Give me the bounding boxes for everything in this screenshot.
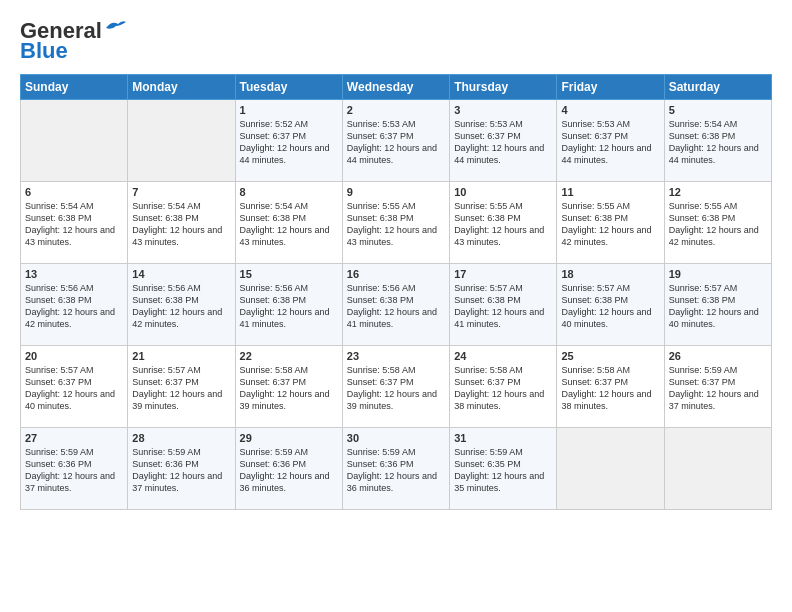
day-detail: Sunrise: 5:57 AMSunset: 6:38 PMDaylight:… bbox=[669, 282, 767, 331]
day-number: 26 bbox=[669, 350, 767, 362]
col-header-sunday: Sunday bbox=[21, 75, 128, 100]
day-detail: Sunrise: 5:58 AMSunset: 6:37 PMDaylight:… bbox=[454, 364, 552, 413]
week-row-3: 13Sunrise: 5:56 AMSunset: 6:38 PMDayligh… bbox=[21, 264, 772, 346]
calendar-cell: 17Sunrise: 5:57 AMSunset: 6:38 PMDayligh… bbox=[450, 264, 557, 346]
day-number: 8 bbox=[240, 186, 338, 198]
day-detail: Sunrise: 5:59 AMSunset: 6:36 PMDaylight:… bbox=[347, 446, 445, 495]
calendar-cell: 12Sunrise: 5:55 AMSunset: 6:38 PMDayligh… bbox=[664, 182, 771, 264]
calendar-cell: 29Sunrise: 5:59 AMSunset: 6:36 PMDayligh… bbox=[235, 428, 342, 510]
day-detail: Sunrise: 5:57 AMSunset: 6:38 PMDaylight:… bbox=[561, 282, 659, 331]
week-row-5: 27Sunrise: 5:59 AMSunset: 6:36 PMDayligh… bbox=[21, 428, 772, 510]
day-number: 12 bbox=[669, 186, 767, 198]
day-detail: Sunrise: 5:54 AMSunset: 6:38 PMDaylight:… bbox=[240, 200, 338, 249]
day-detail: Sunrise: 5:59 AMSunset: 6:37 PMDaylight:… bbox=[669, 364, 767, 413]
day-detail: Sunrise: 5:52 AMSunset: 6:37 PMDaylight:… bbox=[240, 118, 338, 167]
calendar-cell bbox=[21, 100, 128, 182]
col-header-saturday: Saturday bbox=[664, 75, 771, 100]
day-number: 5 bbox=[669, 104, 767, 116]
day-number: 6 bbox=[25, 186, 123, 198]
logo: General Blue bbox=[20, 18, 126, 64]
day-detail: Sunrise: 5:57 AMSunset: 6:37 PMDaylight:… bbox=[132, 364, 230, 413]
col-header-monday: Monday bbox=[128, 75, 235, 100]
calendar-cell: 1Sunrise: 5:52 AMSunset: 6:37 PMDaylight… bbox=[235, 100, 342, 182]
day-detail: Sunrise: 5:55 AMSunset: 6:38 PMDaylight:… bbox=[669, 200, 767, 249]
calendar-cell: 16Sunrise: 5:56 AMSunset: 6:38 PMDayligh… bbox=[342, 264, 449, 346]
day-number: 22 bbox=[240, 350, 338, 362]
calendar-cell: 23Sunrise: 5:58 AMSunset: 6:37 PMDayligh… bbox=[342, 346, 449, 428]
calendar-cell: 21Sunrise: 5:57 AMSunset: 6:37 PMDayligh… bbox=[128, 346, 235, 428]
calendar-table: SundayMondayTuesdayWednesdayThursdayFrid… bbox=[20, 74, 772, 510]
day-detail: Sunrise: 5:53 AMSunset: 6:37 PMDaylight:… bbox=[454, 118, 552, 167]
day-number: 21 bbox=[132, 350, 230, 362]
day-detail: Sunrise: 5:56 AMSunset: 6:38 PMDaylight:… bbox=[132, 282, 230, 331]
day-detail: Sunrise: 5:59 AMSunset: 6:35 PMDaylight:… bbox=[454, 446, 552, 495]
calendar-cell: 11Sunrise: 5:55 AMSunset: 6:38 PMDayligh… bbox=[557, 182, 664, 264]
day-detail: Sunrise: 5:54 AMSunset: 6:38 PMDaylight:… bbox=[669, 118, 767, 167]
logo-blue: Blue bbox=[20, 38, 68, 64]
day-detail: Sunrise: 5:59 AMSunset: 6:36 PMDaylight:… bbox=[25, 446, 123, 495]
calendar-cell: 4Sunrise: 5:53 AMSunset: 6:37 PMDaylight… bbox=[557, 100, 664, 182]
day-number: 1 bbox=[240, 104, 338, 116]
logo-bird-icon bbox=[104, 18, 126, 36]
day-number: 31 bbox=[454, 432, 552, 444]
day-detail: Sunrise: 5:56 AMSunset: 6:38 PMDaylight:… bbox=[25, 282, 123, 331]
day-detail: Sunrise: 5:55 AMSunset: 6:38 PMDaylight:… bbox=[561, 200, 659, 249]
page: General Blue SundayMondayTuesdayWednesda… bbox=[0, 0, 792, 612]
day-number: 25 bbox=[561, 350, 659, 362]
calendar-cell: 5Sunrise: 5:54 AMSunset: 6:38 PMDaylight… bbox=[664, 100, 771, 182]
day-detail: Sunrise: 5:54 AMSunset: 6:38 PMDaylight:… bbox=[132, 200, 230, 249]
calendar-cell: 14Sunrise: 5:56 AMSunset: 6:38 PMDayligh… bbox=[128, 264, 235, 346]
day-number: 11 bbox=[561, 186, 659, 198]
day-number: 13 bbox=[25, 268, 123, 280]
day-detail: Sunrise: 5:59 AMSunset: 6:36 PMDaylight:… bbox=[132, 446, 230, 495]
calendar-cell: 19Sunrise: 5:57 AMSunset: 6:38 PMDayligh… bbox=[664, 264, 771, 346]
calendar-cell bbox=[557, 428, 664, 510]
week-row-1: 1Sunrise: 5:52 AMSunset: 6:37 PMDaylight… bbox=[21, 100, 772, 182]
col-header-thursday: Thursday bbox=[450, 75, 557, 100]
calendar-cell: 18Sunrise: 5:57 AMSunset: 6:38 PMDayligh… bbox=[557, 264, 664, 346]
day-number: 23 bbox=[347, 350, 445, 362]
day-detail: Sunrise: 5:57 AMSunset: 6:38 PMDaylight:… bbox=[454, 282, 552, 331]
calendar-cell bbox=[128, 100, 235, 182]
week-row-2: 6Sunrise: 5:54 AMSunset: 6:38 PMDaylight… bbox=[21, 182, 772, 264]
day-number: 7 bbox=[132, 186, 230, 198]
calendar-cell: 31Sunrise: 5:59 AMSunset: 6:35 PMDayligh… bbox=[450, 428, 557, 510]
calendar-cell: 3Sunrise: 5:53 AMSunset: 6:37 PMDaylight… bbox=[450, 100, 557, 182]
day-detail: Sunrise: 5:53 AMSunset: 6:37 PMDaylight:… bbox=[561, 118, 659, 167]
day-detail: Sunrise: 5:55 AMSunset: 6:38 PMDaylight:… bbox=[454, 200, 552, 249]
calendar-cell: 25Sunrise: 5:58 AMSunset: 6:37 PMDayligh… bbox=[557, 346, 664, 428]
day-number: 30 bbox=[347, 432, 445, 444]
day-number: 19 bbox=[669, 268, 767, 280]
col-header-friday: Friday bbox=[557, 75, 664, 100]
col-header-tuesday: Tuesday bbox=[235, 75, 342, 100]
calendar-cell: 10Sunrise: 5:55 AMSunset: 6:38 PMDayligh… bbox=[450, 182, 557, 264]
day-detail: Sunrise: 5:58 AMSunset: 6:37 PMDaylight:… bbox=[240, 364, 338, 413]
calendar-cell: 7Sunrise: 5:54 AMSunset: 6:38 PMDaylight… bbox=[128, 182, 235, 264]
calendar-cell: 27Sunrise: 5:59 AMSunset: 6:36 PMDayligh… bbox=[21, 428, 128, 510]
day-detail: Sunrise: 5:58 AMSunset: 6:37 PMDaylight:… bbox=[561, 364, 659, 413]
day-number: 29 bbox=[240, 432, 338, 444]
day-detail: Sunrise: 5:53 AMSunset: 6:37 PMDaylight:… bbox=[347, 118, 445, 167]
day-number: 28 bbox=[132, 432, 230, 444]
calendar-cell: 9Sunrise: 5:55 AMSunset: 6:38 PMDaylight… bbox=[342, 182, 449, 264]
col-header-wednesday: Wednesday bbox=[342, 75, 449, 100]
day-number: 18 bbox=[561, 268, 659, 280]
day-detail: Sunrise: 5:56 AMSunset: 6:38 PMDaylight:… bbox=[240, 282, 338, 331]
calendar-cell: 6Sunrise: 5:54 AMSunset: 6:38 PMDaylight… bbox=[21, 182, 128, 264]
day-detail: Sunrise: 5:58 AMSunset: 6:37 PMDaylight:… bbox=[347, 364, 445, 413]
day-detail: Sunrise: 5:54 AMSunset: 6:38 PMDaylight:… bbox=[25, 200, 123, 249]
calendar-cell: 2Sunrise: 5:53 AMSunset: 6:37 PMDaylight… bbox=[342, 100, 449, 182]
calendar-cell bbox=[664, 428, 771, 510]
day-number: 15 bbox=[240, 268, 338, 280]
calendar-cell: 30Sunrise: 5:59 AMSunset: 6:36 PMDayligh… bbox=[342, 428, 449, 510]
day-number: 2 bbox=[347, 104, 445, 116]
calendar-cell: 13Sunrise: 5:56 AMSunset: 6:38 PMDayligh… bbox=[21, 264, 128, 346]
calendar-cell: 20Sunrise: 5:57 AMSunset: 6:37 PMDayligh… bbox=[21, 346, 128, 428]
week-row-4: 20Sunrise: 5:57 AMSunset: 6:37 PMDayligh… bbox=[21, 346, 772, 428]
day-number: 20 bbox=[25, 350, 123, 362]
calendar-cell: 28Sunrise: 5:59 AMSunset: 6:36 PMDayligh… bbox=[128, 428, 235, 510]
calendar-cell: 22Sunrise: 5:58 AMSunset: 6:37 PMDayligh… bbox=[235, 346, 342, 428]
day-number: 17 bbox=[454, 268, 552, 280]
day-detail: Sunrise: 5:55 AMSunset: 6:38 PMDaylight:… bbox=[347, 200, 445, 249]
day-number: 24 bbox=[454, 350, 552, 362]
